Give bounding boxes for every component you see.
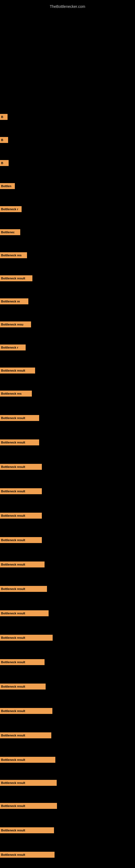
bar-row-9: Bottleneck re <box>0 299 28 304</box>
bar-label: Bottleneck result <box>1 758 25 762</box>
bar-row-3: B <box>0 160 9 166</box>
bar-label: Bottleneck result <box>1 441 25 444</box>
bar-label: Bottleneck result <box>1 514 25 517</box>
bar-label: B <box>1 115 3 119</box>
bar-row-29: Bottleneck result <box>0 780 57 786</box>
bar-label: Bottlen <box>1 184 11 188</box>
bar-row-17: Bottleneck result <box>0 488 42 494</box>
bar-label: Bottleneck result <box>1 709 25 713</box>
bar-label: Bottleneck result <box>1 781 25 784</box>
bar-row-10: Bottleneck resu <box>0 321 31 328</box>
bar-row-31: Bottleneck result <box>0 827 54 833</box>
bar-label: Bottleneck re <box>1 300 20 303</box>
bar-row-25: Bottleneck result <box>0 684 46 689</box>
bar-label: Bottleneck r <box>1 208 18 211</box>
bar-label: Bottleneck result <box>1 829 25 832</box>
bar-label: Bottleneck res <box>1 254 21 257</box>
bar-row-32: Bottleneck result <box>0 852 54 858</box>
bar-label: Bottleneck result <box>1 369 25 372</box>
bar-row-24: Bottleneck result <box>0 659 45 665</box>
bar-row-15: Bottleneck result <box>0 439 39 445</box>
bar-label: Bottleneck result <box>1 277 25 280</box>
bar-row-4: Bottlen <box>0 183 15 189</box>
bar-label: Bottleneck resu <box>1 323 24 326</box>
bar-row-16: Bottleneck result <box>0 464 42 470</box>
bar-row-23: Bottleneck result <box>0 635 53 641</box>
bar-row-2: B <box>0 137 8 143</box>
bar-label: Bottleneck result <box>1 490 25 493</box>
bar-label: Bottleneck result <box>1 636 25 639</box>
bar-row-5: Bottleneck r <box>0 206 21 212</box>
bar-label: Bottlenec <box>1 230 14 234</box>
bar-label: Bottleneck r <box>1 346 18 349</box>
bar-label: Bottleneck result <box>1 416 25 420</box>
bar-row-18: Bottleneck result <box>0 513 42 519</box>
bar-label: Bottleneck result <box>1 538 25 542</box>
bar-row-20: Bottleneck result <box>0 561 45 567</box>
bar-row-19: Bottleneck result <box>0 537 42 543</box>
bar-row-14: Bottleneck result <box>0 415 39 421</box>
bar-row-26: Bottleneck result <box>0 708 52 714</box>
bar-row-7: Bottleneck res <box>0 252 27 258</box>
bar-row-6: Bottlenec <box>0 229 20 235</box>
bar-label: B <box>1 138 3 142</box>
bar-label: Bottleneck result <box>1 612 25 615</box>
bar-label: Bottleneck res <box>1 392 21 395</box>
bar-row-27: Bottleneck result <box>0 733 51 738</box>
bar-row-21: Bottleneck result <box>0 586 47 592</box>
bar-label: Bottleneck result <box>1 685 25 688</box>
bar-label: Bottleneck result <box>1 804 25 807</box>
bar-label: Bottleneck result <box>1 853 25 856</box>
bar-label: Bottleneck result <box>1 465 25 468</box>
bar-label: B <box>1 161 3 165</box>
bar-row-28: Bottleneck result <box>0 757 55 763</box>
site-title: TheBottlenecker.com <box>0 2 135 11</box>
bar-row-30: Bottleneck result <box>0 803 57 809</box>
bar-row-22: Bottleneck result <box>0 610 49 616</box>
bar-row-8: Bottleneck result <box>0 275 32 281</box>
bar-row-12: Bottleneck result <box>0 368 35 373</box>
bar-label: Bottleneck result <box>1 563 25 566</box>
bar-row-13: Bottleneck res <box>0 391 32 397</box>
bar-row-1: B <box>0 114 8 120</box>
bar-label: Bottleneck result <box>1 587 25 590</box>
bar-label: Bottleneck result <box>1 660 25 664</box>
bar-label: Bottleneck result <box>1 734 25 737</box>
bar-row-11: Bottleneck r <box>0 344 26 350</box>
